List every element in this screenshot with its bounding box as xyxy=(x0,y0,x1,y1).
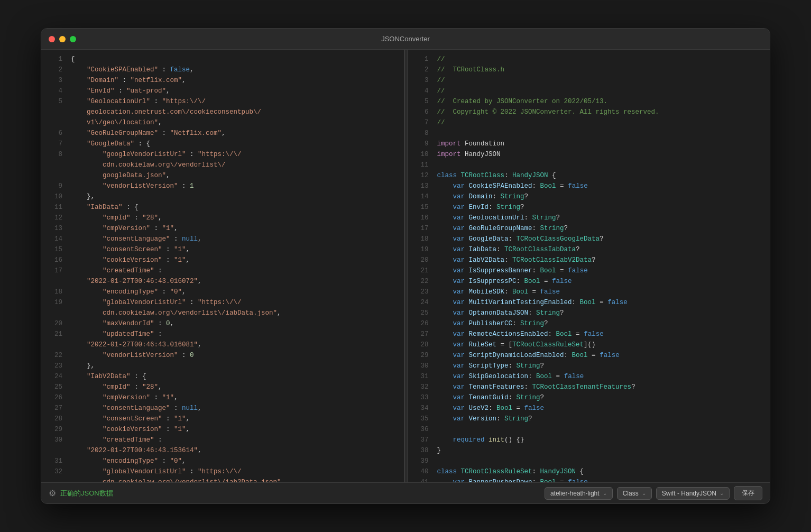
code-line: 30 var ScriptType: String? xyxy=(408,361,770,371)
code-line: 37 required init() {} xyxy=(408,435,770,445)
code-line: 21 "updatedTime" : xyxy=(41,329,404,340)
code-line: 11 xyxy=(408,160,770,170)
code-line: 1 // xyxy=(408,54,770,65)
code-line: 23 }, xyxy=(41,361,404,371)
minimize-button[interactable] xyxy=(59,36,66,42)
code-line: 14 var Domain: String? xyxy=(408,191,770,202)
code-line: 21 var IsSuppressBanner: Bool = false xyxy=(408,265,770,276)
code-line: 3 "Domain" : "netflix.com", xyxy=(41,75,404,86)
code-line: cdn.cookielaw.org\/vendorlist\/iabData.j… xyxy=(41,308,404,318)
language-label: Swift - HandyJSON xyxy=(662,490,716,497)
code-line: 31 var SkipGeolocation: Bool = false xyxy=(408,371,770,382)
code-line: 34 var UseV2: Bool = false xyxy=(408,403,770,414)
theme-label: atelier-heath-light xyxy=(550,490,600,497)
code-line: 28 var RuleSet = [TCRootClassRuleSet]() xyxy=(408,340,770,350)
class-dropdown[interactable]: Class ⌄ xyxy=(617,487,652,500)
code-line: "2022-01-27T00:46:43.016072", xyxy=(41,276,404,287)
code-line: 32 var TenantFeatures: TCRootClassTenant… xyxy=(408,382,770,392)
code-line: 39 xyxy=(408,456,770,466)
code-line: 25 var OptanonDataJSON: String? xyxy=(408,308,770,318)
code-line: 12 class TCRootClass: HandyJSON { xyxy=(408,170,770,181)
code-line: 30 "createdTime" : xyxy=(41,435,404,445)
code-line: "2022-01-27T00:46:43.153614", xyxy=(41,445,404,456)
code-line: 38 } xyxy=(408,445,770,456)
status-right: atelier-heath-light ⌄ Class ⌄ Swift - Ha… xyxy=(545,486,762,500)
json-code-area[interactable]: 1 { 2 "CookieSPAEnabled" : false, 3 "Dom… xyxy=(41,50,404,482)
code-line: 27 var RemoteActionsEnabled: Bool = fals… xyxy=(408,329,770,340)
code-line: 2 // TCRootClass.h xyxy=(408,65,770,75)
code-line: 1 { xyxy=(41,54,404,65)
app-window: JSONConverter 1 { 2 "CookieSPAEnabled" :… xyxy=(41,28,770,504)
code-line: 10 }, xyxy=(41,191,404,202)
code-line: 18 var GoogleData: TCRootClassGoogleData… xyxy=(408,234,770,244)
code-line: 3 // xyxy=(408,75,770,86)
code-line: 9 import Foundation xyxy=(408,139,770,149)
code-line: googleData.json", xyxy=(41,170,404,181)
code-line: 12 "cmpId" : "28", xyxy=(41,213,404,223)
code-line: 5 // Created by JSONConverter on 2022/05… xyxy=(408,96,770,107)
code-line: 11 "IabData" : { xyxy=(41,202,404,213)
settings-icon[interactable]: ⚙ xyxy=(49,488,56,498)
code-line: 18 "encodingType" : "0", xyxy=(41,287,404,297)
code-line: 2 "CookieSPAEnabled" : false, xyxy=(41,65,404,75)
language-dropdown[interactable]: Swift - HandyJSON ⌄ xyxy=(656,487,730,500)
json-pane: 1 { 2 "CookieSPAEnabled" : false, 3 "Dom… xyxy=(41,50,404,482)
swift-code-area[interactable]: 1 // 2 // TCRootClass.h 3 // 4 // 5 / xyxy=(408,50,770,482)
code-line: 5 "GeolocationUrl" : "https:\/\/ xyxy=(41,96,404,107)
class-label: Class xyxy=(623,490,639,497)
window-title: JSONConverter xyxy=(381,35,430,43)
code-line: 13 "cmpVersion" : "1", xyxy=(41,223,404,234)
code-line: 8 "googleVendorListUrl" : "https:\/\/ xyxy=(41,149,404,160)
code-line: 7 // xyxy=(408,117,770,128)
swift-pane: 1 // 2 // TCRootClass.h 3 // 4 // 5 / xyxy=(408,50,770,482)
code-line: 17 "createdTime" : xyxy=(41,265,404,276)
code-line: 4 "EnvId" : "uat-prod", xyxy=(41,86,404,96)
code-line: 29 var ScriptDynamicLoadEnabled: Bool = … xyxy=(408,350,770,361)
main-content: 1 { 2 "CookieSPAEnabled" : false, 3 "Dom… xyxy=(41,50,770,482)
code-line: 24 var MultiVariantTestingEnabled: Bool … xyxy=(408,297,770,308)
code-line: 9 "vendorListVersion" : 1 xyxy=(41,181,404,191)
code-line: 13 var CookieSPAEnabled: Bool = false xyxy=(408,181,770,191)
titlebar: JSONConverter xyxy=(41,29,770,50)
code-line: 23 var MobileSDK: Bool = false xyxy=(408,287,770,297)
code-line: 16 var GeolocationUrl: String? xyxy=(408,213,770,223)
code-line: 14 "consentLanguage" : null, xyxy=(41,234,404,244)
save-button[interactable]: 保存 xyxy=(734,486,762,500)
code-line: 40 class TCRootClassRuleSet: HandyJSON { xyxy=(408,466,770,477)
code-line: 10 import HandyJSON xyxy=(408,149,770,160)
code-line: 20 var IabV2Data: TCRootClassIabV2Data? xyxy=(408,255,770,265)
code-line: 19 var IabData: TCRootClassIabData? xyxy=(408,244,770,255)
maximize-button[interactable] xyxy=(70,36,76,42)
code-line: 28 "consentScreen" : "1", xyxy=(41,414,404,424)
code-line: 4 // xyxy=(408,86,770,96)
code-line: 20 "maxVendorId" : 0, xyxy=(41,318,404,329)
code-line: 8 xyxy=(408,128,770,139)
code-line: 32 "globalVendorListUrl" : "https:\/\/ xyxy=(41,466,404,477)
code-line: cdn.cookielaw.org\/vendorlist\/iab2Data.… xyxy=(41,477,404,482)
code-line: 27 "consentLanguage" : null, xyxy=(41,403,404,414)
code-line: v1\/geo\/location", xyxy=(41,117,404,128)
chevron-down-icon: ⌄ xyxy=(603,490,607,496)
code-line: 6 "GeoRuleGroupName" : "Netflix.com", xyxy=(41,128,404,139)
code-line: 6 // Copyright © 2022 JSONConverter. All… xyxy=(408,107,770,117)
theme-dropdown[interactable]: atelier-heath-light ⌄ xyxy=(545,487,613,500)
traffic-lights xyxy=(49,36,76,42)
code-line: 24 "IabV2Data" : { xyxy=(41,371,404,382)
code-line: 17 var GeoRuleGroupName: String? xyxy=(408,223,770,234)
statusbar: ⚙ 正确的JSON数据 atelier-heath-light ⌄ Class … xyxy=(41,482,770,503)
status-left: ⚙ 正确的JSON数据 xyxy=(49,488,538,498)
code-line: 26 var PublisherCC: String? xyxy=(408,318,770,329)
chevron-down-icon: ⌄ xyxy=(642,490,646,496)
code-line: 15 "consentScreen" : "1", xyxy=(41,244,404,255)
code-line: 29 "cookieVersion" : "1", xyxy=(41,424,404,435)
code-line: 26 "cmpVersion" : "1", xyxy=(41,392,404,403)
chevron-down-icon: ⌄ xyxy=(720,490,724,496)
code-line: 25 "cmpId" : "28", xyxy=(41,382,404,392)
code-line: cdn.cookielaw.org\/vendorlist\/ xyxy=(41,160,404,170)
status-message: 正确的JSON数据 xyxy=(60,489,113,498)
code-line: 15 var EnvId: String? xyxy=(408,202,770,213)
code-line: 41 var BannerPushesDown: Bool = false xyxy=(408,477,770,482)
code-line: 19 "globalVendorListUrl" : "https:\/\/ xyxy=(41,297,404,308)
code-line: geolocation.onetrust.com\/cookieconsentp… xyxy=(41,107,404,117)
close-button[interactable] xyxy=(49,36,55,42)
